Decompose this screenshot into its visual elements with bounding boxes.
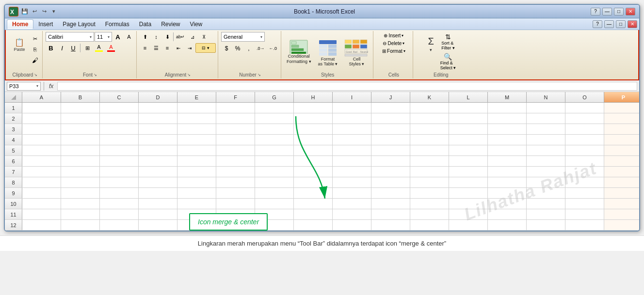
cell-B5[interactable] (61, 145, 100, 155)
cell-L3[interactable] (449, 124, 488, 134)
cell-C10[interactable] (100, 199, 139, 209)
row-header-7[interactable]: 7 (5, 167, 22, 177)
cell-G10[interactable] (255, 199, 294, 209)
cell-F6[interactable] (216, 156, 255, 166)
cell-O9[interactable] (565, 188, 604, 198)
cell-O7[interactable] (565, 167, 604, 177)
cell-B6[interactable] (61, 156, 100, 166)
cell-N5[interactable] (527, 145, 565, 155)
minimize-btn[interactable]: — (602, 8, 612, 16)
align-left-btn[interactable]: ≡ (140, 43, 150, 53)
col-header-m[interactable]: M (488, 92, 527, 102)
cell-M2[interactable] (488, 113, 527, 124)
cell-P9[interactable] (604, 188, 639, 198)
alignment-expand-icon[interactable]: ↘ (187, 73, 191, 77)
cell-H9[interactable] (294, 188, 333, 198)
row-header-6[interactable]: 6 (5, 156, 22, 166)
cell-L7[interactable] (449, 167, 488, 177)
cell-J1[interactable] (371, 103, 410, 113)
cell-N11[interactable] (527, 209, 565, 219)
cell-O6[interactable] (565, 156, 604, 166)
cell-B10[interactable] (61, 199, 100, 209)
col-header-b[interactable]: B (61, 92, 100, 102)
fill-color-btn[interactable]: A (93, 43, 105, 53)
cell-N7[interactable] (527, 167, 565, 177)
cell-D6[interactable] (139, 156, 177, 166)
cell-J6[interactable] (371, 156, 410, 166)
cell-K4[interactable] (410, 135, 449, 145)
cell-H7[interactable] (294, 167, 333, 177)
cell-I6[interactable] (333, 156, 371, 166)
cell-P3[interactable] (604, 124, 639, 134)
cell-M7[interactable] (488, 167, 527, 177)
cell-M9[interactable] (488, 188, 527, 198)
cell-F4[interactable] (216, 135, 255, 145)
cell-A4[interactable] (22, 135, 61, 145)
cell-G2[interactable] (255, 113, 294, 124)
cell-E2[interactable] (177, 113, 216, 124)
cell-B8[interactable] (61, 177, 100, 187)
cell-B12[interactable] (61, 220, 100, 230)
cell-K5[interactable] (410, 145, 449, 155)
cell-K10[interactable] (410, 199, 449, 209)
cell-B11[interactable] (61, 209, 100, 219)
cell-G8[interactable] (255, 177, 294, 187)
clipboard-expand-icon[interactable]: ↘ (34, 73, 37, 77)
cell-D4[interactable] (139, 135, 177, 145)
cell-H3[interactable] (294, 124, 333, 134)
cell-O2[interactable] (565, 113, 604, 124)
cell-L6[interactable] (449, 156, 488, 166)
menu-page-layout[interactable]: Page Layout (58, 20, 100, 29)
menu-formulas[interactable]: Formulas (100, 20, 134, 29)
cell-I11[interactable] (333, 209, 371, 219)
cell-K2[interactable] (410, 113, 449, 124)
cell-K3[interactable] (410, 124, 449, 134)
cell-M4[interactable] (488, 135, 527, 145)
cell-P10[interactable] (604, 199, 639, 209)
format-painter-button[interactable]: 🖌 (30, 55, 40, 65)
cell-A6[interactable] (22, 156, 61, 166)
increase-indent-btn[interactable]: ⇥ (184, 43, 195, 53)
cell-I12[interactable] (333, 220, 371, 230)
cell-D3[interactable] (139, 124, 177, 134)
cell-A10[interactable] (22, 199, 61, 209)
cell-C2[interactable] (100, 113, 139, 124)
formula-input[interactable] (57, 82, 637, 91)
bold-btn[interactable]: B (46, 43, 56, 53)
cell-E12[interactable] (177, 220, 216, 230)
cell-G7[interactable] (255, 167, 294, 177)
cell-N3[interactable] (527, 124, 565, 134)
percent-btn[interactable]: % (232, 44, 243, 53)
cell-I9[interactable] (333, 188, 371, 198)
align-top-btn[interactable]: ⬆ (140, 32, 150, 42)
cell-D8[interactable] (139, 177, 177, 187)
comma-btn[interactable]: , (243, 44, 254, 53)
autosum-btn[interactable]: Σ ▾ (424, 32, 438, 56)
col-header-e[interactable]: E (177, 92, 216, 102)
merge-center-button[interactable]: ⊟ ▾ (195, 43, 216, 53)
cell-K12[interactable] (410, 220, 449, 230)
cell-B2[interactable] (61, 113, 100, 124)
cell-O5[interactable] (565, 145, 604, 155)
cell-P12[interactable] (604, 220, 639, 230)
cell-N8[interactable] (527, 177, 565, 187)
col-header-d[interactable]: D (139, 92, 177, 102)
cell-F11[interactable] (216, 209, 255, 219)
redo-qa-btn[interactable]: ↪ (40, 7, 48, 16)
name-box[interactable]: P33 ▾ (7, 82, 41, 91)
cell-D11[interactable] (139, 209, 177, 219)
cell-E10[interactable] (177, 199, 216, 209)
col-header-n[interactable]: N (527, 92, 565, 102)
cell-E5[interactable] (177, 145, 216, 155)
cell-J2[interactable] (371, 113, 410, 124)
menu-view[interactable]: View (185, 20, 207, 29)
wrap-text-btn[interactable]: ab↵ (174, 32, 187, 42)
cell-L8[interactable] (449, 177, 488, 187)
cell-H4[interactable] (294, 135, 333, 145)
row-header-1[interactable]: 1 (5, 103, 22, 113)
cell-B7[interactable] (61, 167, 100, 177)
ribbon-restore-btn[interactable]: □ (616, 20, 626, 28)
cell-K1[interactable] (410, 103, 449, 113)
insert-btn[interactable]: ⊕ Insert ▾ (382, 32, 405, 39)
cell-A2[interactable] (22, 113, 61, 124)
